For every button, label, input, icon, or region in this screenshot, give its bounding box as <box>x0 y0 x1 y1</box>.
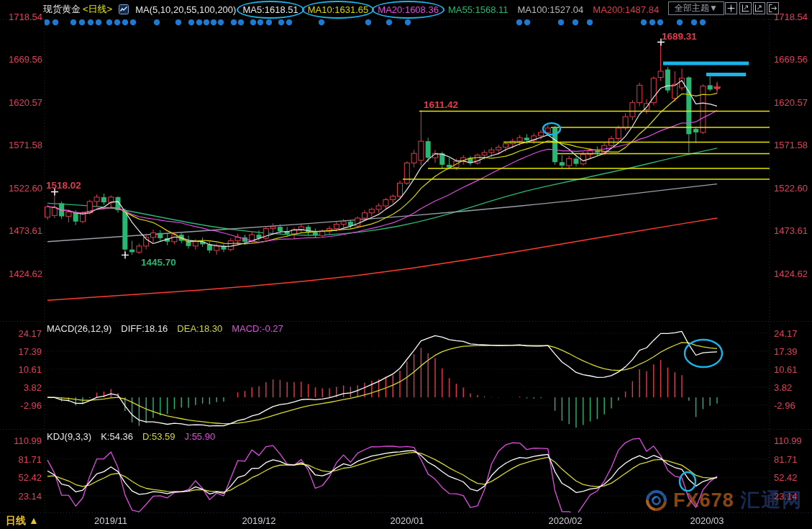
ma-value: MA200:1487.84 <box>593 4 659 15</box>
pan-crosshair-icon[interactable] <box>725 2 737 14</box>
scale-axis-left-icon[interactable] <box>739 2 752 14</box>
scale-axis-right-icon[interactable] <box>753 2 765 14</box>
indicator-value: KDJ(9,3,3) <box>47 431 91 442</box>
period-tag: <日线> <box>83 3 112 16</box>
macd-header: MACD(26,12,9)DIFF:18.16DEA:18.30MACD:-0.… <box>47 323 283 334</box>
indicator-value: J:55.90 <box>185 431 216 442</box>
ma-value: MA5:1618.51 <box>242 4 298 15</box>
indicator-value: MACD:-0.27 <box>232 323 283 334</box>
ma-value: MA20:1608.36 <box>378 4 439 15</box>
theme-select-button[interactable]: 全部主题▼ <box>668 1 724 15</box>
indicator-value: D:53.59 <box>142 431 175 442</box>
indicator-value: MACD(26,12,9) <box>47 323 111 334</box>
kdj-header: KDJ(9,3,3)K:54.36D:53.59J:55.90 <box>47 431 215 442</box>
ma-value: MA55:1568.11 <box>448 4 508 15</box>
exit-chart-icon[interactable] <box>767 2 779 14</box>
indicator-value: DEA:18.30 <box>177 323 222 334</box>
chart-icon <box>119 4 129 14</box>
symbol-name: 现货黄金 <box>43 3 81 16</box>
indicator-value: DIFF:18.16 <box>121 323 168 334</box>
trading-app-window: { "header": { "symbol": "现货黄金", "period_… <box>0 0 812 529</box>
chart-header: 现货黄金 <日线> MA(5,10,20,55,100,200) MA5:161… <box>43 3 659 16</box>
chart-canvas[interactable] <box>0 0 812 529</box>
period-selector[interactable]: 日线 ▲ <box>6 515 39 528</box>
ma-settings-label: MA(5,10,20,55,100,200) <box>135 4 236 15</box>
indicator-value: K:54.36 <box>101 431 133 442</box>
ma-values: MA5:1618.51MA10:1631.65MA20:1608.36MA55:… <box>242 4 659 15</box>
ma-value: MA100:1527.04 <box>518 4 584 15</box>
ma-value: MA10:1631.65 <box>308 4 369 15</box>
